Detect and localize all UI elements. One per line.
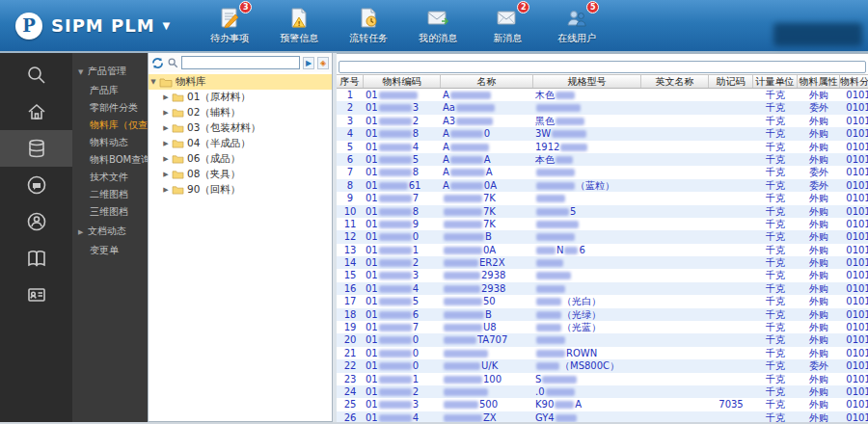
user-menu-redacted[interactable] xyxy=(773,23,862,46)
table-quick-filter-input[interactable] xyxy=(339,61,866,73)
toolbar-item-message[interactable]: 我的消息 xyxy=(411,7,465,45)
column-header-6[interactable]: 计量单位 xyxy=(753,75,798,88)
table-row[interactable]: 25013500K90A7035千克外购0101 xyxy=(337,398,868,411)
cell-text: 0101 xyxy=(840,153,868,166)
sidebar-item-5[interactable]: 物料BOM查询 xyxy=(72,151,148,169)
table-row[interactable]: 19017U8（光蓝）千克外购0101 xyxy=(337,321,868,333)
target-icon[interactable] xyxy=(0,203,72,240)
sidebar-item-0[interactable]: ▼产品管理 xyxy=(72,61,148,82)
cell-text xyxy=(641,205,709,218)
sidebar-item-8[interactable]: 三维图档 xyxy=(72,203,148,221)
refresh-icon[interactable] xyxy=(151,57,164,69)
tree-filter-button[interactable]: ◈ xyxy=(317,57,329,69)
column-header-1[interactable]: 物料编码 xyxy=(364,75,441,88)
sidebar-item-3[interactable]: 物料库（仅查看） xyxy=(72,117,148,134)
cell-text: 千克 xyxy=(753,205,798,218)
table-row[interactable]: 101A木色千克外购0101 xyxy=(337,89,868,101)
sidebar-item-9[interactable]: ▶文档动态 xyxy=(72,221,148,242)
sidebar-item-6[interactable]: 技术文件 xyxy=(72,169,148,186)
table-row[interactable]: 1701550（光白）千克外购0101 xyxy=(337,295,868,307)
table-row[interactable]: 26014ZXGY4千克外购0101 xyxy=(337,411,868,422)
column-header-2[interactable]: 名称 xyxy=(441,75,533,88)
column-header-3[interactable]: 规格型号 xyxy=(533,75,641,88)
sidebar-item-7[interactable]: 二维图档 xyxy=(72,186,148,203)
tree-search-input[interactable] xyxy=(181,56,300,69)
cell-text: 外购 xyxy=(798,295,840,307)
material-tree-panel: ▶ ◈ ▼ 物料库 ▶01（原材料）▶02（辅料）▶03（包装材料）▶04（半成… xyxy=(148,53,333,422)
table-row[interactable]: 21010ROWN千克外购0101 xyxy=(337,347,868,359)
tree-root-node[interactable]: ▼ 物料库 xyxy=(149,74,332,90)
chat-icon[interactable] xyxy=(0,167,72,203)
app-logo[interactable]: P SIPM PLM ▼ xyxy=(15,13,170,40)
column-header-4[interactable]: 英文名称 xyxy=(641,75,709,88)
cell-text: 13 xyxy=(337,244,364,256)
table-row[interactable]: 130110AN6千克外购0101 xyxy=(337,244,868,256)
locate-node-icon[interactable] xyxy=(167,57,178,68)
caret-down-icon[interactable]: ▼ xyxy=(78,62,86,82)
table-row[interactable]: 22010U/K（MS800C）千克委外0101 xyxy=(337,359,868,372)
cell-text: 千克 xyxy=(753,89,798,101)
tree-node-6[interactable]: ▶90（回料） xyxy=(149,182,332,198)
column-header-8[interactable]: 物料分类 xyxy=(840,75,868,88)
tree-expand-icon[interactable]: ▶ xyxy=(161,140,171,147)
table-row[interactable]: 80161A0A（蓝粒）千克委外0101 xyxy=(337,179,868,192)
column-header-5[interactable]: 助记码 xyxy=(709,75,753,88)
tree-expand-icon[interactable]: ▶ xyxy=(161,171,171,178)
chevron-down-icon[interactable]: ▼ xyxy=(163,20,171,31)
cell-redacted-text: 010 xyxy=(364,333,441,346)
database-icon[interactable] xyxy=(0,130,72,167)
tree-node-4[interactable]: ▶06（成品） xyxy=(149,151,332,167)
table-row[interactable]: 4018A03W千克外购0101 xyxy=(337,127,868,140)
id-card-icon[interactable] xyxy=(0,277,72,313)
toolbar-item-alert[interactable]: !预警信息 xyxy=(272,7,326,45)
home-icon[interactable] xyxy=(0,93,72,130)
toolbar-item-task[interactable]: 流转任务 xyxy=(341,7,395,45)
table-row[interactable]: 160142938千克外购0101 xyxy=(337,282,868,295)
column-header-0[interactable]: 序号 xyxy=(337,75,364,88)
caret-right-icon[interactable]: ▶ xyxy=(78,222,86,242)
sidebar-item-2[interactable]: 零部件分类 xyxy=(72,99,148,117)
column-header-7[interactable]: 物料属性 xyxy=(798,75,840,88)
tree-expand-icon[interactable]: ▶ xyxy=(161,93,171,101)
table-row[interactable]: 90177K千克外购0101 xyxy=(337,192,868,204)
tree-node-2[interactable]: ▶03（包装材料） xyxy=(149,120,332,136)
cell-text: 千克 xyxy=(753,127,798,140)
tree-node-5[interactable]: ▶08（夹具） xyxy=(149,167,332,182)
toolbar-item-todo[interactable]: 3待办事项 xyxy=(203,7,257,45)
tree-search-go-button[interactable]: ▶ xyxy=(303,57,314,69)
table-row[interactable]: 100187K5千克外购0101 xyxy=(337,205,868,218)
tree-node-0[interactable]: ▶01（原材料） xyxy=(149,90,332,105)
redaction-blur xyxy=(536,182,575,190)
table-row[interactable]: 24012.0千克外购0101 xyxy=(337,385,868,398)
table-row[interactable]: 110197K千克外购0101 xyxy=(337,218,868,230)
tree-expand-icon[interactable]: ▼ xyxy=(149,78,158,86)
tree-node-1[interactable]: ▶02（辅料） xyxy=(149,105,332,120)
table-row[interactable]: 2013Aa千克委外0101 xyxy=(337,101,868,114)
table-row[interactable]: 6015AA本色千克外购0101 xyxy=(337,153,868,166)
toolbar-item-new-message[interactable]: 2新消息 xyxy=(480,7,534,45)
cell-text: 外购 xyxy=(798,205,840,218)
table-row[interactable]: 3012A3黑色千克外购0101 xyxy=(337,115,868,127)
book-icon[interactable] xyxy=(0,240,72,277)
table-row[interactable]: 7018AA千克委外0101 xyxy=(337,166,868,178)
cell-text xyxy=(709,153,753,166)
sidebar-item-1[interactable]: 产品库 xyxy=(72,82,148,99)
table-row[interactable]: 23011100S千克外购0101 xyxy=(337,373,868,385)
tree-expand-icon[interactable]: ▶ xyxy=(161,109,171,117)
toolbar-item-online-users[interactable]: 5在线用户 xyxy=(550,7,604,45)
table-row[interactable]: 20010TA707千克外购0101 xyxy=(337,333,868,346)
folder-icon xyxy=(172,139,184,148)
sidebar-item-10[interactable]: 变更单 xyxy=(72,242,148,259)
table-row[interactable]: 12010B千克外购0101 xyxy=(337,230,868,243)
table-row[interactable]: 14012ER2X千克外购0101 xyxy=(337,256,868,269)
table-row[interactable]: 150132938千克外购0101 xyxy=(337,269,868,281)
table-row[interactable]: 18016B（光绿）千克外购0101 xyxy=(337,308,868,321)
tree-expand-icon[interactable]: ▶ xyxy=(161,124,171,132)
search-icon[interactable] xyxy=(0,57,72,93)
tree-expand-icon[interactable]: ▶ xyxy=(161,155,171,163)
table-row[interactable]: 5014A1912千克外购0101 xyxy=(337,141,868,153)
sidebar-item-4[interactable]: 物料动态 xyxy=(72,134,148,151)
tree-expand-icon[interactable]: ▶ xyxy=(161,186,171,194)
tree-node-3[interactable]: ▶04（半成品） xyxy=(149,136,332,151)
tree-node-label: 08（夹具） xyxy=(187,168,240,181)
